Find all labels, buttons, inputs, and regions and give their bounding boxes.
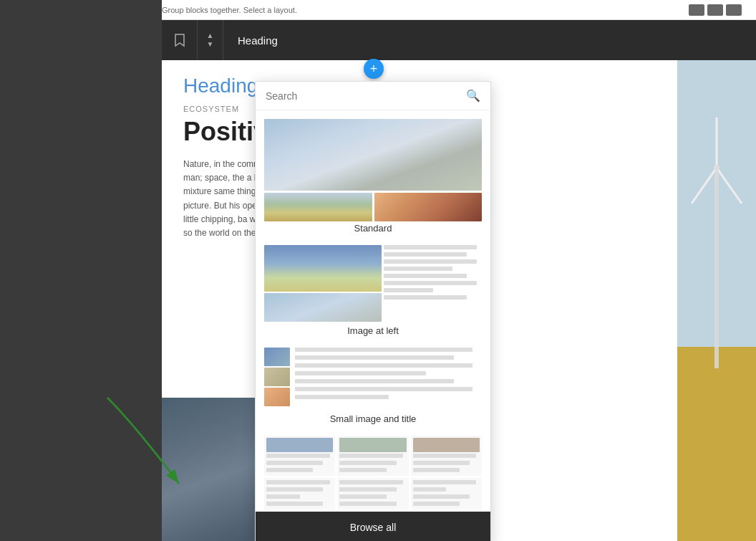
arrow-bottom-left xyxy=(93,383,208,498)
text-line-5 xyxy=(384,274,467,278)
si-text-2 xyxy=(295,355,454,360)
layout-icons xyxy=(689,4,756,16)
image-left-preview xyxy=(264,245,482,324)
g-text-11 xyxy=(266,487,323,492)
small-image-title-option[interactable]: Small image and title xyxy=(264,348,482,426)
si-text-6 xyxy=(295,387,472,391)
add-layout-button[interactable]: + xyxy=(364,59,384,79)
g-text-1 xyxy=(266,454,330,458)
bookmark-button[interactable] xyxy=(162,20,198,60)
si-text-5 xyxy=(295,379,454,383)
down-arrow-icon: ▼ xyxy=(207,41,214,48)
wind-turbine-svg xyxy=(677,60,756,541)
heading-toolbar: ▲ ▼ Heading xyxy=(162,20,756,60)
g-text-17 xyxy=(339,502,396,506)
up-arrow-icon: ▲ xyxy=(207,32,214,39)
layouts-grid: Standard Image at xyxy=(256,110,490,512)
layout-picker-popup: 🔍 Standard xyxy=(255,81,491,541)
si-img-2 xyxy=(264,368,290,386)
si-text-3 xyxy=(295,363,472,368)
text-line-8 xyxy=(384,295,467,300)
standard-layout-option[interactable]: Standard xyxy=(264,119,482,235)
search-bar: 🔍 xyxy=(256,82,490,110)
svg-point-6 xyxy=(714,165,719,171)
si-text-4 xyxy=(295,371,426,375)
grid-img-1 xyxy=(266,438,333,452)
g-text-12 xyxy=(266,494,300,499)
si-left-col xyxy=(264,348,293,412)
g-text-8 xyxy=(413,461,470,465)
right-side-image xyxy=(677,60,756,541)
text-line-6 xyxy=(384,281,477,285)
g-text-6 xyxy=(339,468,386,472)
il-right-col xyxy=(384,245,482,324)
standard-preview xyxy=(264,119,482,221)
si-right-col xyxy=(295,348,482,412)
layout-icon-2[interactable] xyxy=(707,4,723,16)
image-at-left-label: Image at left xyxy=(347,324,399,337)
si-text-7 xyxy=(295,395,389,399)
g-text-14 xyxy=(339,480,403,484)
text-line-7 xyxy=(384,288,432,292)
grid-layout-option[interactable]: Grid xyxy=(264,436,482,512)
g-text-19 xyxy=(413,487,447,492)
svg-rect-1 xyxy=(677,347,756,541)
g-text-16 xyxy=(339,494,386,499)
small-image-preview xyxy=(264,348,482,412)
grid-cell-3 xyxy=(411,436,482,476)
text-line-3 xyxy=(384,259,477,264)
grid-cell-2 xyxy=(337,436,408,476)
si-img-1 xyxy=(264,348,290,366)
g-text-20 xyxy=(413,494,470,499)
browse-all-button[interactable]: Browse all xyxy=(256,512,490,541)
grid-cell-1 xyxy=(264,436,335,476)
hint-text: Group blocks together. Select a layout. xyxy=(162,6,297,14)
g-text-5 xyxy=(339,461,396,465)
g-text-4 xyxy=(339,454,403,458)
g-text-21 xyxy=(413,502,460,506)
standard-mini-1 xyxy=(264,193,372,221)
standard-mini-row xyxy=(264,193,482,221)
g-text-9 xyxy=(413,468,460,472)
image-at-left-option[interactable]: Image at left xyxy=(264,245,482,337)
text-line-2 xyxy=(384,252,467,257)
text-line-1 xyxy=(384,245,477,249)
layout-icon-3[interactable] xyxy=(726,4,742,16)
hint-bar: Group blocks together. Select a layout. xyxy=(162,0,756,20)
g-text-3 xyxy=(266,468,313,472)
il-left-col xyxy=(264,245,382,324)
g-text-2 xyxy=(266,461,323,465)
bookmark-icon xyxy=(174,33,185,47)
svg-rect-2 xyxy=(714,168,719,368)
grid-img-3 xyxy=(413,438,480,452)
standard-main-img xyxy=(264,119,482,191)
g-text-18 xyxy=(413,480,477,484)
il-bottom-img xyxy=(264,293,382,322)
g-text-15 xyxy=(339,487,396,492)
layout-icon-1[interactable] xyxy=(689,4,704,16)
grid-preview xyxy=(264,436,482,512)
si-img-3 xyxy=(264,388,290,406)
grid-cell-5 xyxy=(337,478,408,509)
g-text-7 xyxy=(413,454,477,458)
grid-cell-6 xyxy=(411,478,482,509)
standard-label: Standard xyxy=(354,221,392,235)
toolbar-heading-label: Heading xyxy=(223,34,292,47)
g-text-13 xyxy=(266,502,323,506)
standard-mini-2 xyxy=(374,193,483,221)
reorder-arrows[interactable]: ▲ ▼ xyxy=(198,20,223,60)
wind-turbine-visual xyxy=(677,60,756,541)
search-icon: 🔍 xyxy=(466,89,480,102)
text-line-4 xyxy=(384,267,452,271)
g-text-10 xyxy=(266,480,330,484)
search-input[interactable] xyxy=(266,90,466,102)
grid-img-2 xyxy=(339,438,406,452)
grid-cell-4 xyxy=(264,478,335,509)
small-image-title-label: Small image and title xyxy=(330,412,417,426)
il-top-img xyxy=(264,245,382,292)
si-text-1 xyxy=(295,348,472,352)
